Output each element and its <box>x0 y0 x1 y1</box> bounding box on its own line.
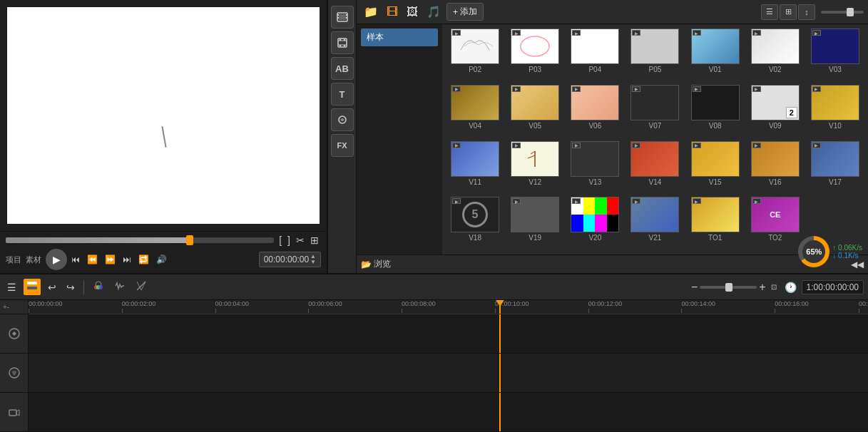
redo-button[interactable]: ↪ <box>63 280 78 294</box>
text-tool-button[interactable]: AB <box>331 57 354 80</box>
list-item[interactable]: ▶ V20 <box>566 197 623 250</box>
list-item[interactable]: ▶ TO1 <box>687 197 744 250</box>
list-item[interactable]: ▶ P05 <box>626 29 683 82</box>
list-item[interactable]: ▶ V04 <box>446 85 504 138</box>
zoom-slider[interactable] <box>821 11 864 14</box>
fit-button[interactable]: ⊡ <box>768 282 780 292</box>
ruler-label-8: 00:00:16:00 <box>775 300 809 307</box>
step-forward-button[interactable]: ⏩ <box>102 253 118 266</box>
list-item[interactable]: ▶ V01 <box>687 29 744 82</box>
list-item[interactable]: ▶ P02 <box>446 29 504 82</box>
fx-tool-button[interactable]: FX <box>331 134 354 157</box>
list-item[interactable]: ▶ V05 <box>506 85 563 138</box>
zoom-in-button[interactable]: + <box>759 281 765 294</box>
svg-rect-2 <box>337 14 339 16</box>
list-item[interactable]: ▶ 2 V09 <box>747 85 804 138</box>
download-speed: ↓ 0.1K/s <box>832 252 862 259</box>
media-thumbnail: ▶ CE <box>751 197 800 232</box>
remove-track-button[interactable]: - <box>7 303 9 311</box>
list-view-button[interactable]: ☰ <box>761 4 778 20</box>
timeline-menu-button[interactable]: ☰ <box>4 280 19 294</box>
timeline-track-button[interactable] <box>24 279 41 295</box>
svg-rect-18 <box>27 282 37 284</box>
ruler-label-4: 00:00:08:00 <box>402 300 436 307</box>
list-item[interactable]: ▶ V03 <box>807 29 864 82</box>
grid-view-button[interactable]: ⊞ <box>780 4 797 20</box>
media-thumbnail: ▶ <box>751 29 800 64</box>
list-item[interactable]: ▶ V02 <box>747 29 804 82</box>
media-item-label: V12 <box>529 178 541 186</box>
list-item[interactable]: ▶ V10 <box>807 85 864 138</box>
list-item[interactable]: ▶ P03 <box>506 29 563 82</box>
color-tool-button[interactable] <box>90 279 107 295</box>
effects-tool-button[interactable] <box>331 108 354 131</box>
browse-label: 浏览 <box>374 258 391 270</box>
list-item[interactable]: ▶ V13 <box>566 141 623 195</box>
clock-button[interactable]: 🕐 <box>782 280 800 294</box>
timeline-body: + - <box>0 300 868 432</box>
film-tool-button[interactable] <box>331 31 354 54</box>
undo-button[interactable]: ↩ <box>45 280 59 294</box>
browse-button[interactable]: 📂 浏览 <box>361 258 391 270</box>
audio-tab-button[interactable]: 🎵 <box>424 4 444 20</box>
media-panel: 📁 🎞 🖼 🎵 + 添加 ☰ ⊞ ↕ 样本 <box>357 0 868 273</box>
sort-button[interactable]: ↕ <box>798 4 815 20</box>
timeline-ruler-area: 00:00:00:00 00:00:02:00 00:00:04:00 00:0… <box>29 300 868 432</box>
add-media-button[interactable]: + 添加 <box>446 3 484 21</box>
list-item[interactable]: ▶ V06 <box>566 85 623 138</box>
media-item-label: V21 <box>649 234 662 242</box>
media-thumbnail: ▶ <box>811 29 859 64</box>
list-item[interactable]: ▶ V21 <box>626 197 683 250</box>
zoom-out-button[interactable]: − <box>691 281 698 294</box>
svg-rect-26 <box>9 410 16 416</box>
image-tab-button[interactable]: 🖼 <box>404 4 421 20</box>
media-thumbnail: ▶ 2 <box>751 85 800 120</box>
svg-rect-11 <box>339 45 341 46</box>
volume-button[interactable]: 🔊 <box>153 253 170 266</box>
circle-5-symbol: 5 <box>462 202 488 227</box>
video-tab-button[interactable]: 🎞 <box>384 4 401 20</box>
media-thumbnail: ▶ <box>630 141 679 177</box>
media-thumbnail: ▶ <box>451 141 499 177</box>
list-item[interactable]: ▶ V17 <box>807 141 864 195</box>
list-item[interactable]: ▶ V12 <box>506 141 563 195</box>
transition-tool-button[interactable] <box>133 279 150 295</box>
list-item[interactable]: ▶ P04 <box>566 29 623 82</box>
ruler-label-3: 00:00:06:00 <box>308 300 342 307</box>
sample-item[interactable]: 样本 <box>361 29 438 46</box>
list-item[interactable]: ▶ V14 <box>626 141 683 195</box>
media-item-label: TO2 <box>768 234 782 242</box>
media-item-label: V05 <box>529 122 541 130</box>
out-point-button[interactable]: ] <box>285 235 292 246</box>
track-playhead-2 <box>499 354 501 392</box>
time-down-arrow[interactable]: ▼ <box>310 259 316 265</box>
prev-frame-button[interactable]: ⏮ <box>68 253 83 266</box>
list-item[interactable]: ▶ V11 <box>446 141 504 195</box>
in-point-button[interactable]: [ <box>277 235 284 246</box>
list-item[interactable]: ▶ CE TO2 <box>747 197 804 250</box>
filmstrip-tool-button[interactable] <box>331 6 354 29</box>
progress-bar[interactable] <box>6 237 274 243</box>
loop-button[interactable]: 🔁 <box>136 253 152 266</box>
list-item[interactable]: ▶ V07 <box>626 85 683 138</box>
zoom-bar[interactable] <box>700 286 757 289</box>
media-thumbnail: ▶ <box>451 85 499 120</box>
media-thumbnail: ▶ 5 <box>451 197 499 232</box>
play-button[interactable]: ▶ <box>46 249 67 270</box>
list-item[interactable]: ▶ V15 <box>687 141 744 195</box>
list-item[interactable]: ▶ 5 V18 <box>446 197 504 250</box>
step-back-button[interactable]: ⏪ <box>84 253 101 266</box>
media-item-label: V04 <box>469 122 481 130</box>
media-item-label: V18 <box>469 234 481 242</box>
folder-tab-button[interactable]: 📁 <box>361 4 381 20</box>
copy-button[interactable]: ⊞ <box>308 235 321 246</box>
media-thumbnail: ▶ <box>630 85 679 120</box>
media-item-label: P04 <box>588 66 601 73</box>
list-item[interactable]: ▶ V16 <box>747 141 804 195</box>
next-frame-button[interactable]: ⏭ <box>120 253 134 266</box>
list-item[interactable]: ▶ V19 <box>506 197 563 250</box>
cut-button[interactable]: ✂ <box>294 235 307 246</box>
title-tool-button[interactable]: T <box>331 83 354 106</box>
audio-tool-button[interactable] <box>111 279 128 295</box>
list-item[interactable]: ▶ V08 <box>687 85 744 138</box>
